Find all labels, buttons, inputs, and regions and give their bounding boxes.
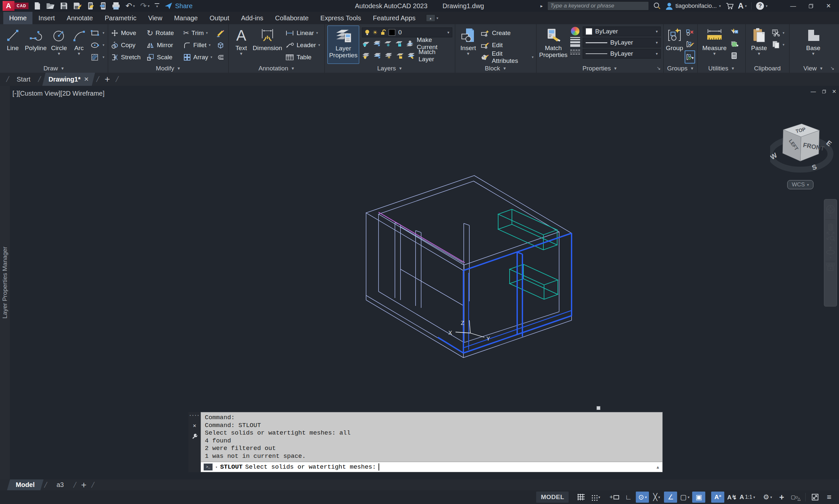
snap-mode-button[interactable]: ▾ — [589, 491, 602, 503]
command-prompt-icon[interactable]: >_ — [204, 463, 213, 471]
app-store-cart-icon[interactable] — [726, 2, 733, 10]
lineweight-combo[interactable]: ByLayer ▾ — [583, 38, 661, 48]
command-window-grip[interactable] — [596, 406, 600, 410]
restore-button[interactable] — [804, 1, 817, 11]
properties-dialog-launcher[interactable]: ↘ — [657, 65, 661, 71]
zoom-extents-button[interactable] — [825, 231, 835, 241]
search-input[interactable] — [547, 1, 649, 11]
help-button[interactable]: ? ▾ — [756, 2, 768, 10]
layer-unisolate-button[interactable] — [373, 52, 382, 59]
fillet-button[interactable]: Fillet ▾ — [183, 39, 214, 51]
color-wheel-icon[interactable] — [571, 27, 579, 35]
tab-home[interactable]: Home — [3, 12, 32, 24]
customization-button[interactable]: ≡ — [823, 491, 836, 503]
move-button[interactable]: Move — [111, 27, 145, 39]
rotate-button[interactable]: ↻ Rotate — [146, 27, 181, 39]
ribbon-collapse-button[interactable]: ▴ ▾ — [426, 12, 438, 24]
panel-label-clipboard[interactable]: Clipboard — [746, 64, 789, 73]
object-color-combo[interactable]: ByLayer ▾ — [583, 26, 661, 36]
layer-unlock-button[interactable] — [396, 52, 404, 59]
annotation-scale-button[interactable]: A1:1▾ — [739, 491, 755, 503]
trim-button[interactable]: ✂ Trim ▾ — [183, 27, 214, 39]
layer-off-button[interactable] — [362, 40, 370, 47]
table-button[interactable]: Table — [285, 51, 320, 63]
showmotion-button[interactable] — [825, 263, 835, 272]
layout-tab-model[interactable]: Model — [7, 480, 43, 490]
arc-caret-icon[interactable]: ▼ — [77, 52, 81, 56]
object-snap-button[interactable]: ▢▾ — [678, 491, 691, 503]
group-button[interactable]: Group — [665, 25, 684, 64]
polar-tracking-button[interactable]: ⊙▾ — [636, 491, 649, 503]
tab-express-tools[interactable]: Express Tools — [315, 12, 367, 24]
layout-tab-a3[interactable]: a3 — [49, 480, 71, 490]
tab-insert[interactable]: Insert — [32, 12, 60, 24]
file-tab-drawing1[interactable]: Drawing1* ✕ — [42, 73, 95, 86]
command-input-line[interactable]: >_ ▾ STLOUT Select solids or watertight … — [201, 462, 662, 472]
measure-caret-icon[interactable]: ▼ — [713, 52, 716, 56]
recent-commands-caret-icon[interactable]: ▾ — [215, 465, 217, 469]
tab-manage[interactable]: Manage — [168, 12, 204, 24]
new-drawing-tab-button[interactable]: + — [102, 74, 112, 85]
offset-button[interactable] — [216, 51, 225, 63]
edit-attributes-button[interactable]: Edit Attributes ▾ — [480, 51, 534, 63]
hatch-button[interactable]: ▾ — [90, 51, 105, 63]
save-as-button[interactable] — [73, 2, 82, 10]
array-button[interactable]: Array ▾ — [183, 51, 214, 63]
layer-select-combo[interactable]: ☀ 0 ▾ — [362, 28, 452, 37]
open-button[interactable] — [46, 2, 55, 10]
workspace-switching-button[interactable]: ⚙▾ — [761, 491, 774, 503]
text-button[interactable]: A Text ▼ — [231, 25, 251, 64]
paste-button[interactable]: Paste ▼ — [748, 25, 770, 64]
isolate-objects-button[interactable]: ▢○△ — [789, 491, 802, 503]
file-tab-start[interactable]: Start — [12, 73, 35, 86]
view-dialog-launcher[interactable]: ↘ — [830, 65, 834, 71]
open-from-web-mobile-button[interactable] — [87, 2, 94, 10]
group-selection-toggle-button[interactable] — [685, 50, 695, 64]
command-window-titlebar[interactable]: •••• ✕ — [189, 412, 200, 472]
command-expand-icon[interactable]: ▲ — [657, 465, 659, 470]
line-button[interactable]: Line — [3, 25, 23, 64]
linetype-list-icon[interactable] — [570, 49, 580, 56]
command-history[interactable]: Command: Command: STLOUT Select solids o… — [201, 412, 662, 462]
insert-caret-icon[interactable]: ▼ — [466, 52, 470, 56]
redo-button[interactable]: ↷ ▾ — [140, 1, 150, 11]
undo-button[interactable]: ↶ ▾ — [125, 1, 135, 11]
panel-label-draw[interactable]: Draw▼ — [0, 64, 108, 73]
command-close-icon[interactable]: ✕ — [193, 422, 196, 429]
tab-annotate[interactable]: Annotate — [60, 12, 99, 24]
layers-on-button[interactable] — [362, 52, 370, 59]
paste-caret-icon[interactable]: ▼ — [757, 52, 761, 56]
redo-caret-icon[interactable]: ▾ — [148, 4, 150, 8]
share-button[interactable]: Share — [164, 2, 192, 10]
navigation-wheel-button[interactable] — [825, 204, 835, 214]
explode-button[interactable] — [216, 39, 225, 51]
navbar-close-icon[interactable]: ✕ — [833, 201, 835, 204]
layer-isolate-button[interactable] — [373, 40, 381, 47]
select-similar-button[interactable] — [730, 39, 738, 49]
undo-caret-icon[interactable]: ▾ — [133, 4, 135, 8]
insert-block-button[interactable]: Insert ▼ — [458, 25, 478, 64]
command-wrench-icon[interactable] — [192, 434, 198, 439]
tab-parametric[interactable]: Parametric — [99, 12, 142, 24]
navbar-minimize-icon[interactable]: ⊖ — [832, 301, 835, 306]
panel-label-groups[interactable]: Groups▼ — [664, 64, 697, 73]
panel-label-properties[interactable]: Properties▼ — [537, 64, 663, 73]
lineweight-display-button[interactable]: ▣ — [692, 491, 705, 503]
quick-calculator-button[interactable] — [731, 50, 738, 61]
minimize-button[interactable]: — — [787, 1, 800, 11]
tab-collaborate[interactable]: Collaborate — [269, 12, 314, 24]
qat-customize-button[interactable]: ▾ — [155, 3, 159, 8]
lineweight-list-icon[interactable] — [570, 37, 580, 47]
copy-clip-button[interactable]: ▾ — [772, 40, 785, 49]
ortho-mode-button[interactable]: ∟ — [622, 491, 635, 503]
scale-button[interactable]: Scale — [146, 51, 181, 63]
new-drawing-button[interactable] — [34, 2, 41, 10]
leader-button[interactable]: Leader ▾ — [285, 39, 320, 51]
pan-button[interactable] — [826, 221, 835, 231]
dimension-button[interactable]: Dimension — [251, 25, 284, 64]
close-tab-icon[interactable]: ✕ — [84, 76, 88, 83]
new-layout-button[interactable]: + — [78, 480, 89, 490]
panel-label-view[interactable]: View▼ — [789, 64, 837, 73]
signin-account-button[interactable]: tiagobonifacio... ▾ — [665, 2, 721, 10]
panel-label-utilities[interactable]: Utilities▼ — [698, 64, 745, 73]
